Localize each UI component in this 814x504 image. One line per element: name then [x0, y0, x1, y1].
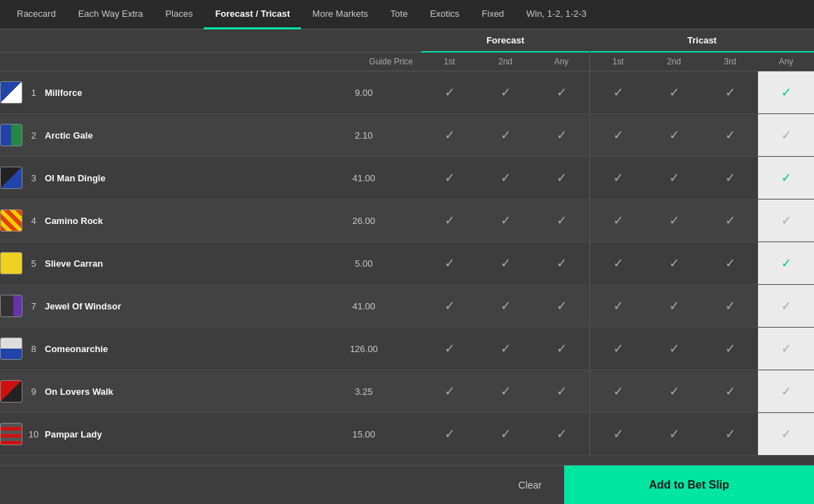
td-tricast-2nd-10[interactable]: ✓ [646, 413, 702, 456]
td-forecast-any-3[interactable]: ✓ [533, 157, 589, 200]
add-to-bet-slip-button[interactable]: Add to Bet Slip [564, 465, 814, 504]
check-cell[interactable]: ✓ [702, 71, 758, 113]
td-tricast-1st-3[interactable]: ✓ [590, 157, 646, 200]
check-cell[interactable]: ✓ [646, 71, 702, 113]
check-cell[interactable]: ✓ [646, 370, 702, 412]
nav-tab-racecard[interactable]: Racecard [6, 0, 67, 29]
check-cell[interactable]: ✓ [533, 71, 589, 113]
check-cell[interactable]: ✓ [646, 242, 702, 284]
check-cell[interactable]: ✓ [758, 200, 814, 241]
check-cell[interactable]: ✓ [590, 370, 646, 412]
td-tricast-any-7[interactable]: ✓ [758, 285, 814, 328]
td-tricast-1st-5[interactable]: ✓ [590, 242, 646, 285]
check-cell[interactable]: ✓ [590, 413, 646, 455]
td-tricast-1st-8[interactable]: ✓ [590, 328, 646, 370]
td-forecast-2nd-3[interactable]: ✓ [477, 157, 533, 200]
check-cell[interactable]: ✓ [646, 200, 702, 241]
nav-tab-fixed[interactable]: Fixed [470, 0, 515, 29]
td-tricast-3rd-10[interactable]: ✓ [702, 413, 758, 456]
check-cell[interactable]: ✓ [421, 370, 477, 412]
td-tricast-any-5[interactable]: ✓ [758, 242, 814, 285]
td-forecast-1st-8[interactable]: ✓ [421, 328, 477, 370]
check-cell[interactable]: ✓ [702, 413, 758, 455]
check-cell[interactable]: ✓ [590, 200, 646, 241]
td-forecast-any-5[interactable]: ✓ [533, 242, 589, 285]
td-tricast-3rd-1[interactable]: ✓ [702, 71, 758, 114]
check-cell[interactable]: ✓ [421, 285, 477, 327]
td-forecast-2nd-5[interactable]: ✓ [477, 242, 533, 285]
nav-tab-each-way-extra[interactable]: Each Way Extra [67, 0, 155, 29]
nav-tab-forecast---tricast[interactable]: Forecast / Tricast [204, 0, 301, 29]
check-cell[interactable]: ✓ [590, 114, 646, 156]
check-cell[interactable]: ✓ [421, 157, 477, 199]
td-forecast-1st-4[interactable]: ✓ [421, 200, 477, 242]
td-tricast-2nd-7[interactable]: ✓ [646, 285, 702, 328]
td-tricast-3rd-5[interactable]: ✓ [702, 242, 758, 285]
nav-tab-more-markets[interactable]: More Markets [301, 0, 379, 29]
check-cell[interactable]: ✓ [533, 242, 589, 284]
td-forecast-2nd-1[interactable]: ✓ [477, 71, 533, 114]
td-tricast-3rd-4[interactable]: ✓ [702, 200, 758, 242]
check-cell[interactable]: ✓ [758, 242, 814, 284]
check-cell[interactable]: ✓ [533, 200, 589, 241]
td-tricast-any-2[interactable]: ✓ [758, 114, 814, 157]
td-tricast-1st-7[interactable]: ✓ [590, 285, 646, 328]
check-cell[interactable]: ✓ [533, 370, 589, 412]
nav-tab-places[interactable]: Places [154, 0, 204, 29]
check-cell[interactable]: ✓ [421, 413, 477, 455]
td-tricast-2nd-5[interactable]: ✓ [646, 242, 702, 285]
check-cell[interactable]: ✓ [758, 328, 814, 370]
td-tricast-3rd-7[interactable]: ✓ [702, 285, 758, 328]
clear-button[interactable]: Clear [507, 474, 553, 496]
td-tricast-any-10[interactable]: ✓ [758, 413, 814, 456]
check-cell[interactable]: ✓ [590, 242, 646, 284]
td-tricast-any-3[interactable]: ✓ [758, 157, 814, 200]
td-forecast-1st-1[interactable]: ✓ [421, 71, 477, 114]
td-tricast-1st-9[interactable]: ✓ [590, 370, 646, 413]
td-forecast-2nd-4[interactable]: ✓ [477, 200, 533, 242]
td-tricast-3rd-9[interactable]: ✓ [702, 370, 758, 413]
td-forecast-1st-9[interactable]: ✓ [421, 370, 477, 413]
check-cell[interactable]: ✓ [702, 157, 758, 199]
nav-tab-exotics[interactable]: Exotics [419, 0, 470, 29]
check-cell[interactable]: ✓ [477, 71, 533, 113]
check-cell[interactable]: ✓ [590, 71, 646, 113]
check-cell[interactable]: ✓ [758, 71, 814, 113]
td-tricast-2nd-4[interactable]: ✓ [646, 200, 702, 242]
check-cell[interactable]: ✓ [477, 413, 533, 455]
td-forecast-1st-2[interactable]: ✓ [421, 114, 477, 157]
check-cell[interactable]: ✓ [758, 157, 814, 199]
check-cell[interactable]: ✓ [702, 114, 758, 156]
td-tricast-1st-2[interactable]: ✓ [590, 114, 646, 157]
check-cell[interactable]: ✓ [646, 157, 702, 199]
check-cell[interactable]: ✓ [421, 242, 477, 284]
td-forecast-any-10[interactable]: ✓ [533, 413, 589, 456]
check-cell[interactable]: ✓ [646, 413, 702, 455]
td-tricast-3rd-8[interactable]: ✓ [702, 328, 758, 370]
check-cell[interactable]: ✓ [758, 413, 814, 455]
check-cell[interactable]: ✓ [533, 328, 589, 370]
td-forecast-any-7[interactable]: ✓ [533, 285, 589, 328]
td-tricast-1st-10[interactable]: ✓ [590, 413, 646, 456]
td-tricast-any-8[interactable]: ✓ [758, 328, 814, 370]
check-cell[interactable]: ✓ [646, 114, 702, 156]
td-forecast-any-1[interactable]: ✓ [533, 71, 589, 114]
td-tricast-3rd-3[interactable]: ✓ [702, 157, 758, 200]
nav-tab-tote[interactable]: Tote [379, 0, 419, 29]
check-cell[interactable]: ✓ [758, 370, 814, 412]
check-cell[interactable]: ✓ [702, 328, 758, 370]
td-tricast-2nd-3[interactable]: ✓ [646, 157, 702, 200]
td-tricast-any-9[interactable]: ✓ [758, 370, 814, 413]
check-cell[interactable]: ✓ [477, 370, 533, 412]
check-cell[interactable]: ✓ [702, 370, 758, 412]
td-forecast-2nd-9[interactable]: ✓ [477, 370, 533, 413]
td-forecast-2nd-2[interactable]: ✓ [477, 114, 533, 157]
check-cell[interactable]: ✓ [702, 285, 758, 327]
check-cell[interactable]: ✓ [421, 200, 477, 241]
check-cell[interactable]: ✓ [421, 328, 477, 370]
check-cell[interactable]: ✓ [533, 285, 589, 327]
check-cell[interactable]: ✓ [421, 114, 477, 156]
td-forecast-any-4[interactable]: ✓ [533, 200, 589, 242]
check-cell[interactable]: ✓ [477, 157, 533, 199]
td-forecast-2nd-7[interactable]: ✓ [477, 285, 533, 328]
